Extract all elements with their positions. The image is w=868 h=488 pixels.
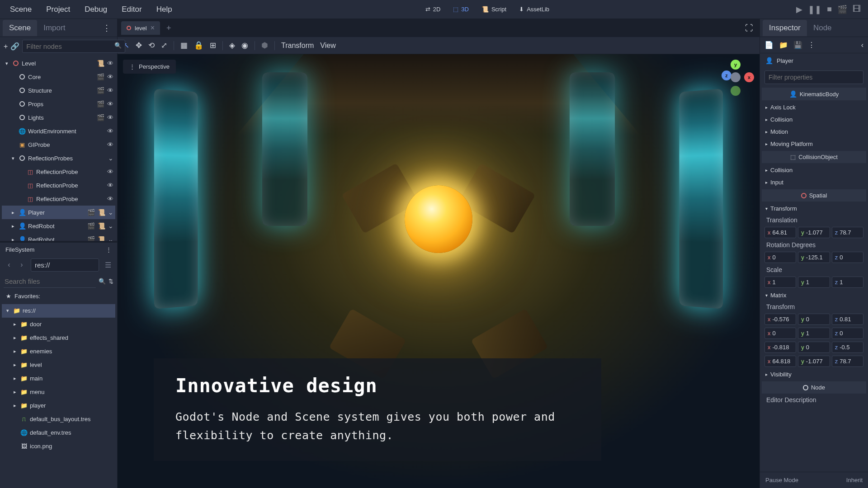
menu-help[interactable]: Help [150, 2, 179, 17]
play-custom-icon[interactable]: 🎞 [853, 5, 861, 14]
lock-icon[interactable]: 🔒 [194, 41, 203, 50]
eye-icon[interactable]: 👁 [107, 127, 113, 135]
fs-item-icon-png[interactable]: 🖼icon.png [2, 440, 115, 453]
fs-item-res---[interactable]: ▾📁res:// [2, 304, 115, 318]
rotation-y[interactable]: y-125.1 [798, 252, 830, 263]
section-matrix[interactable]: ▾Matrix [762, 289, 866, 301]
eye-icon[interactable]: 👁 [107, 60, 113, 67]
link-icon[interactable]: 🔗 [10, 41, 19, 52]
gizmo-z-icon[interactable]: z [722, 70, 731, 80]
perspective-badge[interactable]: ⋮ Perspective [123, 60, 176, 74]
tree-node-reflectionprobe[interactable]: ◫ReflectionProbe👁 [2, 192, 115, 206]
menu-editor[interactable]: Editor [115, 2, 148, 17]
tab-node[interactable]: Node [807, 20, 838, 36]
file-icon[interactable]: 📄 [764, 41, 774, 49]
tree-node-worldenvironment[interactable]: 🌐WorldEnvironment👁 [2, 124, 115, 138]
eye-icon[interactable]: 👁 [107, 87, 113, 94]
class-node[interactable]: Node [762, 381, 866, 394]
eye-icon[interactable]: 👁 [107, 100, 113, 108]
menu-project[interactable]: Project [40, 2, 76, 17]
fs-item-effects-shared[interactable]: ▸📁effects_shared [2, 331, 115, 345]
gizmo-bottom[interactable] [731, 86, 741, 96]
eye-icon[interactable]: 👁 [107, 114, 113, 121]
transform-menu[interactable]: Transform [281, 42, 314, 50]
expand-icon[interactable]: ⛶ [742, 21, 756, 36]
eye-icon[interactable]: 👁 [107, 168, 113, 175]
class-kinematicbody[interactable]: 👤KinematicBody [762, 88, 866, 100]
translation-y[interactable]: y-1.077 [798, 227, 830, 238]
matrix-2-y[interactable]: y0 [798, 342, 830, 353]
matrix-1-x[interactable]: x0 [764, 328, 796, 339]
script-icon[interactable]: 📜 [98, 236, 105, 241]
view-menu[interactable]: View [320, 42, 335, 50]
film-icon[interactable]: 🎬 [97, 87, 104, 94]
fs-item-player[interactable]: ▸📁player [2, 399, 115, 413]
tab-import[interactable]: Import [37, 20, 71, 36]
matrix-0-x[interactable]: x-0.576 [764, 314, 796, 325]
more-icon[interactable]: ⌄ [108, 155, 113, 162]
gizmo-y-icon[interactable]: y [731, 60, 741, 70]
fs-item-default-bus-layout-tres[interactable]: ⎍default_bus_layout.tres [2, 413, 115, 426]
gizmo-center[interactable] [731, 72, 741, 82]
pause-icon[interactable]: ❚❚ [808, 5, 821, 14]
scale-z[interactable]: z1 [832, 277, 863, 288]
eye-icon[interactable]: 👁 [107, 195, 113, 202]
section-collision[interactable]: ▸Collision [762, 113, 866, 126]
scene-tree[interactable]: ▾Level📜👁Core🎬👁Structure🎬👁Props🎬👁Lights🎬👁… [0, 56, 117, 241]
filesystem-menu-icon[interactable]: ⋮ [106, 246, 112, 253]
menu-scene[interactable]: Scene [4, 2, 38, 17]
camera-icon[interactable]: ◉ [241, 41, 248, 50]
film-icon[interactable]: 🎬 [87, 236, 95, 241]
menu-icon[interactable]: ⋮ [808, 41, 815, 49]
folder-icon[interactable]: 📁 [779, 41, 788, 49]
tree-node-core[interactable]: Core🎬👁 [2, 70, 115, 84]
rotation-x[interactable]: x0 [764, 252, 796, 263]
group-icon[interactable]: ⊞ [210, 41, 216, 50]
script-icon[interactable]: 📜 [97, 60, 104, 67]
section-transform[interactable]: ▾Transform [762, 202, 866, 215]
pause-mode-value[interactable]: Inherit [846, 477, 863, 483]
section-axis-lock[interactable]: ▸Axis Lock [762, 101, 866, 113]
eye-icon[interactable]: 👁 [107, 73, 113, 80]
gizmo-x-icon[interactable]: x [744, 72, 754, 82]
class-collisionobject[interactable]: ⬚CollisionObject [762, 151, 866, 163]
close-tab-icon[interactable]: × [151, 24, 155, 32]
tab-inspector[interactable]: Inspector [763, 20, 807, 36]
fs-item-menu[interactable]: ▸📁menu [2, 385, 115, 399]
fs-item-level[interactable]: ▸📁level [2, 358, 115, 372]
tree-node-redrobot[interactable]: ▸👤RedRobot🎬📜⌄ [2, 233, 115, 241]
tree-node-structure[interactable]: Structure🎬👁 [2, 84, 115, 97]
matrix-3-z[interactable]: z78.7 [832, 356, 863, 367]
script-icon[interactable]: 📜 [98, 209, 105, 216]
matrix-3-x[interactable]: x64.818 [764, 356, 796, 367]
mode-3d[interactable]: ⬚3D [448, 3, 474, 15]
film-icon[interactable]: 🎬 [97, 73, 104, 80]
tree-node-reflectionprobes[interactable]: ▾ReflectionProbes⌄ [2, 151, 115, 165]
more-icon[interactable]: ⌄ [108, 209, 113, 216]
section-input[interactable]: ▸Input [762, 176, 866, 188]
film-icon[interactable]: 🎬 [97, 100, 104, 108]
matrix-2-z[interactable]: z-0.5 [832, 342, 863, 353]
add-node-icon[interactable]: + [4, 41, 8, 52]
matrix-0-z[interactable]: z0.81 [832, 314, 863, 325]
filesystem-path[interactable]: res:// [31, 258, 99, 272]
tree-node-level[interactable]: ▾Level📜👁 [2, 56, 115, 70]
film-icon[interactable]: 🎬 [97, 114, 104, 121]
tree-node-giprobe[interactable]: ▣GIProbe👁 [2, 138, 115, 151]
viewport-3d[interactable]: ⋮ Perspective x y z Innovative design Go… [118, 54, 760, 488]
rotation-z[interactable]: z0 [832, 252, 863, 263]
matrix-0-y[interactable]: y0 [798, 314, 830, 325]
tree-node-reflectionprobe[interactable]: ◫ReflectionProbe👁 [2, 178, 115, 192]
eye-icon[interactable]: 👁 [107, 182, 113, 189]
scale-x[interactable]: x1 [764, 277, 796, 288]
script-icon[interactable]: 📜 [98, 222, 105, 230]
tree-node-player[interactable]: ▸👤Player🎬📜⌄ [2, 206, 115, 219]
play-icon[interactable]: ▶ [796, 5, 802, 14]
favorites-header[interactable]: ★ Favorites: [0, 290, 117, 303]
matrix-3-y[interactable]: y-1.077 [798, 356, 830, 367]
fs-item-default-env-tres[interactable]: 🌐default_env.tres [2, 426, 115, 440]
tab-scene[interactable]: Scene [3, 20, 37, 36]
view-mode-icon[interactable]: ☰ [103, 259, 113, 270]
filter-properties-input[interactable] [764, 70, 863, 84]
filter-nodes-input[interactable] [22, 40, 125, 53]
